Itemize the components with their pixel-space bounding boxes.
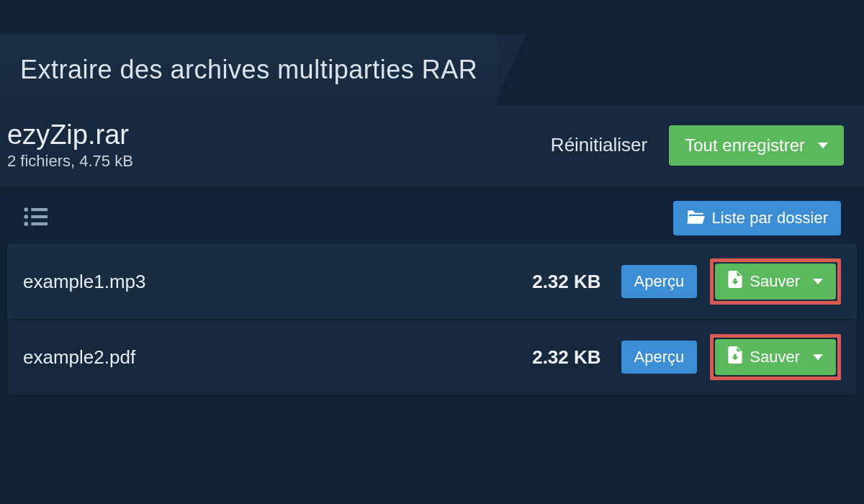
preview-label: Aperçu bbox=[634, 272, 685, 291]
tab-header: Extraire des archives multiparties RAR bbox=[0, 35, 498, 105]
svg-rect-5 bbox=[31, 222, 48, 225]
file-download-icon bbox=[728, 271, 742, 292]
svg-rect-1 bbox=[31, 208, 48, 211]
save-all-button[interactable]: Tout enregistrer bbox=[669, 125, 844, 166]
preview-label: Aperçu bbox=[634, 348, 685, 366]
chevron-down-icon bbox=[818, 143, 828, 148]
archive-info-row: ezyZip.rar 2 fichiers, 4.75 kB Réinitial… bbox=[0, 105, 864, 186]
file-row: example2.pdf 2.32 KB Aperçu Sauver bbox=[7, 320, 857, 395]
svg-rect-3 bbox=[31, 215, 48, 218]
list-toolbar: Liste par dossier bbox=[7, 192, 857, 244]
folder-list-button[interactable]: Liste par dossier bbox=[673, 201, 841, 235]
page-title: Extraire des archives multiparties RAR bbox=[20, 55, 477, 85]
file-size: 2.32 KB bbox=[532, 271, 600, 293]
list-icon[interactable] bbox=[23, 204, 48, 232]
file-size: 2.32 KB bbox=[532, 346, 600, 369]
folder-list-label: Liste par dossier bbox=[712, 209, 828, 228]
app-container: Extraire des archives multiparties RAR e… bbox=[0, 0, 864, 431]
archive-info: ezyZip.rar 2 fichiers, 4.75 kB bbox=[7, 120, 133, 171]
chevron-down-icon bbox=[813, 279, 823, 284]
preview-button[interactable]: Aperçu bbox=[621, 341, 698, 374]
svg-point-4 bbox=[24, 222, 28, 226]
folder-open-icon bbox=[686, 208, 705, 228]
save-button-highlight: Sauver bbox=[710, 258, 841, 305]
save-button[interactable]: Sauver bbox=[715, 264, 836, 300]
file-name: example2.pdf bbox=[23, 346, 135, 369]
file-row-actions: 2.32 KB Aperçu Sauver bbox=[532, 258, 841, 305]
preview-button[interactable]: Aperçu bbox=[621, 265, 698, 298]
archive-meta: 2 fichiers, 4.75 kB bbox=[7, 152, 133, 171]
file-download-icon bbox=[728, 346, 742, 368]
file-row: example1.mp3 2.32 KB Aperçu Sauver bbox=[7, 244, 857, 320]
svg-point-2 bbox=[24, 215, 28, 219]
footer-spacer bbox=[0, 395, 864, 431]
file-name: example1.mp3 bbox=[23, 271, 146, 293]
archive-actions: Réinitialiser Tout enregistrer bbox=[551, 125, 844, 166]
save-label: Sauver bbox=[750, 348, 800, 366]
save-label: Sauver bbox=[750, 272, 800, 291]
svg-point-0 bbox=[24, 207, 28, 212]
chevron-down-icon bbox=[813, 354, 823, 360]
reset-link[interactable]: Réinitialiser bbox=[551, 134, 647, 156]
save-button-highlight: Sauver bbox=[710, 334, 841, 380]
archive-filename: ezyZip.rar bbox=[7, 120, 133, 150]
save-all-label: Tout enregistrer bbox=[685, 135, 805, 156]
save-button[interactable]: Sauver bbox=[715, 339, 836, 375]
file-row-actions: 2.32 KB Aperçu Sauver bbox=[532, 334, 841, 380]
